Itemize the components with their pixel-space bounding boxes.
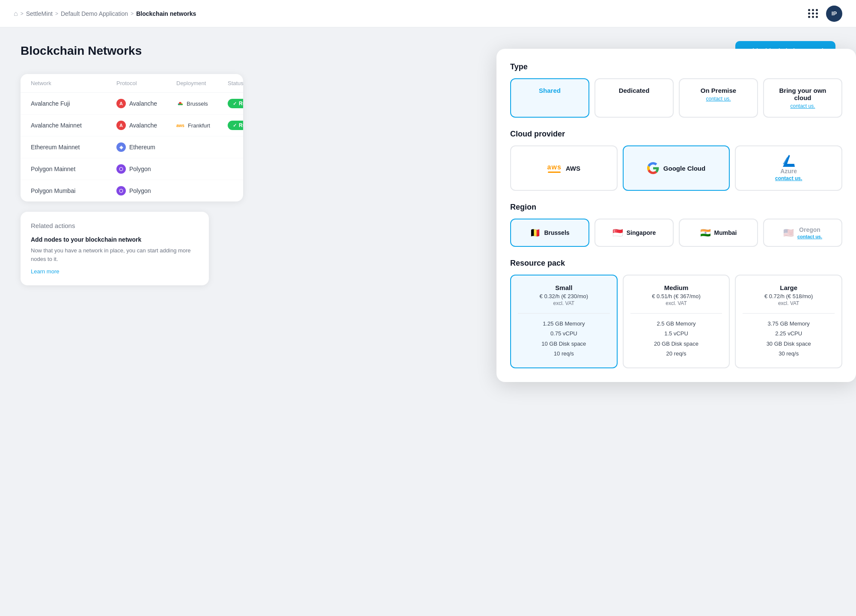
byoc-contact-link[interactable]: contact us. bbox=[771, 103, 835, 109]
small-memory: 1.25 GB Memory bbox=[518, 319, 610, 329]
learn-more-link[interactable]: Learn more bbox=[31, 268, 59, 275]
type-option-on-premise[interactable]: On Premise contact us. bbox=[679, 78, 758, 118]
type-dedicated-label: Dedicated bbox=[619, 87, 650, 94]
protocol-label: Avalanche bbox=[129, 100, 157, 107]
small-req: 10 req/s bbox=[518, 349, 610, 358]
azure-name: Azure bbox=[780, 168, 797, 175]
aws-text: aws bbox=[547, 163, 562, 171]
apps-grid-button[interactable] bbox=[805, 6, 821, 21]
breadcrumb-settlemint[interactable]: SettleMint bbox=[26, 10, 53, 17]
singapore-flag: 🇸🇬 bbox=[612, 228, 623, 238]
region-option-mumbai[interactable]: 🇮🇳 Mumbai bbox=[679, 219, 758, 247]
check-icon: ✓ bbox=[233, 101, 237, 107]
brussels-flag: 🇧🇪 bbox=[530, 228, 541, 238]
region-option-oregon[interactable]: 🇺🇸 Oregon contact us. bbox=[763, 219, 842, 247]
main-content: Blockchain Networks Add a blockchain net… bbox=[0, 27, 856, 616]
resource-large-excl: excl. VAT bbox=[743, 300, 835, 306]
azure-logo bbox=[783, 155, 795, 167]
table-row: Ethereum Mainnet ◈ Ethereum bbox=[21, 136, 243, 158]
large-vcpu: 2.25 vCPU bbox=[743, 329, 835, 338]
deployment-cell: aws Frankfurt bbox=[176, 122, 228, 129]
type-options-grid: Shared Dedicated On Premise contact us. … bbox=[510, 78, 842, 118]
user-avatar[interactable]: IP bbox=[826, 6, 842, 22]
azure-contact-link[interactable]: contact us. bbox=[775, 175, 802, 181]
cloud-option-aws[interactable]: aws AWS bbox=[510, 145, 618, 191]
large-disk: 30 GB Disk space bbox=[743, 339, 835, 349]
status-badge: ✓ Running bbox=[228, 99, 243, 108]
svg-marker-5 bbox=[783, 155, 795, 167]
table-row: Polygon Mainnet ⬡ Polygon bbox=[21, 158, 243, 180]
region-option-singapore[interactable]: 🇸🇬 Singapore bbox=[594, 219, 674, 247]
polygon-icon: ⬡ bbox=[116, 164, 126, 174]
aws-logo: aws bbox=[547, 163, 562, 173]
mumbai-label: Mumbai bbox=[714, 229, 737, 236]
page-title: Blockchain Networks bbox=[21, 44, 142, 58]
cloud-options-grid: aws AWS Google Cloud bbox=[510, 145, 842, 191]
protocol-label: Polygon bbox=[129, 187, 151, 194]
network-name: Ethereum Mainnet bbox=[31, 144, 116, 151]
singapore-label: Singapore bbox=[627, 229, 656, 236]
aws-label: aws bbox=[176, 123, 184, 128]
resource-medium-price: € 0.51/h (€ 367/mo) bbox=[630, 293, 722, 299]
add-network-modal: Type Shared Dedicated On Premise contact… bbox=[496, 49, 856, 382]
networks-table-card: Network Protocol Deployment Status Avala… bbox=[21, 74, 243, 201]
resource-large-specs: 3.75 GB Memory 2.25 vCPU 30 GB Disk spac… bbox=[743, 319, 835, 359]
google-cloud-logo bbox=[647, 162, 659, 174]
resource-option-medium[interactable]: Medium € 0.51/h (€ 367/mo) excl. VAT 2.5… bbox=[623, 275, 730, 368]
cloud-option-google[interactable]: Google Cloud bbox=[623, 145, 730, 191]
svg-rect-3 bbox=[178, 104, 183, 105]
breadcrumb: ⌂ > SettleMint > Default Demo Applicatio… bbox=[14, 10, 196, 18]
medium-vcpu: 1.5 vCPU bbox=[630, 329, 722, 338]
breadcrumb-sep-2: > bbox=[55, 11, 58, 17]
type-option-shared[interactable]: Shared bbox=[510, 78, 589, 118]
medium-memory: 2.5 GB Memory bbox=[630, 319, 722, 329]
avalanche-icon: A bbox=[116, 99, 126, 108]
resource-small-name: Small bbox=[518, 284, 610, 291]
check-icon: ✓ bbox=[233, 123, 237, 128]
resource-medium-name: Medium bbox=[630, 284, 722, 291]
azure-contact-note: Azure contact us. bbox=[775, 155, 802, 181]
resource-small-specs: 1.25 GB Memory 0.75 vCPU 10 GB Disk spac… bbox=[518, 319, 610, 359]
table-row: Polygon Mumbai ⬡ Polygon bbox=[21, 180, 243, 201]
col-deployment: Deployment bbox=[176, 80, 228, 86]
breadcrumb-app[interactable]: Default Demo Application bbox=[61, 10, 128, 17]
status-text: Running bbox=[239, 122, 243, 128]
home-icon[interactable]: ⌂ bbox=[14, 10, 18, 18]
resource-option-large[interactable]: Large € 0.72/h (€ 518/mo) excl. VAT 3.75… bbox=[735, 275, 842, 368]
resource-option-small[interactable]: Small € 0.32/h (€ 230/mo) excl. VAT 1.25… bbox=[510, 275, 618, 368]
protocol-cell: ⬡ Polygon bbox=[116, 164, 176, 174]
medium-req: 20 req/s bbox=[630, 349, 722, 358]
region-options-grid: 🇧🇪 Brussels 🇸🇬 Singapore 🇮🇳 Mumbai 🇺🇸 Or… bbox=[510, 219, 842, 247]
region-section-label: Region bbox=[510, 203, 842, 212]
resource-medium-excl: excl. VAT bbox=[630, 300, 722, 306]
resource-section-label: Resource pack bbox=[510, 259, 842, 268]
on-premise-contact-link[interactable]: contact us. bbox=[687, 96, 750, 102]
type-option-byoc[interactable]: Bring your own cloud contact us. bbox=[763, 78, 842, 118]
deployment-city: Frankfurt bbox=[188, 122, 210, 129]
google-cloud-label: Google Cloud bbox=[663, 165, 705, 172]
google-cloud-icon bbox=[176, 100, 184, 107]
protocol-cell: A Avalanche bbox=[116, 99, 176, 108]
resource-options-grid: Small € 0.32/h (€ 230/mo) excl. VAT 1.25… bbox=[510, 275, 842, 368]
network-name: Avalanche Mainnet bbox=[31, 122, 116, 129]
protocol-cell: ⬡ Polygon bbox=[116, 186, 176, 195]
network-name: Polygon Mumbai bbox=[31, 187, 116, 194]
table-row: Avalanche Fuji A Avalanche Brussels ✓ Ru… bbox=[21, 93, 243, 115]
type-option-dedicated[interactable]: Dedicated bbox=[594, 78, 674, 118]
protocol-label: Avalanche bbox=[129, 122, 157, 129]
region-option-brussels[interactable]: 🇧🇪 Brussels bbox=[510, 219, 589, 247]
aws-label: AWS bbox=[566, 165, 580, 172]
resource-medium-specs: 2.5 GB Memory 1.5 vCPU 20 GB Disk space … bbox=[630, 319, 722, 359]
col-protocol: Protocol bbox=[116, 80, 176, 86]
table-row: Avalanche Mainnet A Avalanche aws Frankf… bbox=[21, 115, 243, 136]
large-req: 30 req/s bbox=[743, 349, 835, 358]
status-badge: ✓ Running bbox=[228, 121, 243, 130]
nav-actions: IP bbox=[805, 6, 842, 22]
cloud-option-azure[interactable]: Azure contact us. bbox=[735, 145, 842, 191]
breadcrumb-current: Blockchain networks bbox=[136, 10, 196, 17]
small-disk: 10 GB Disk space bbox=[518, 339, 610, 349]
oregon-contact-link[interactable]: contact us. bbox=[797, 234, 822, 239]
mumbai-flag: 🇮🇳 bbox=[700, 228, 711, 238]
network-name: Polygon Mainnet bbox=[31, 166, 116, 172]
oregon-label: Oregon bbox=[799, 226, 820, 233]
